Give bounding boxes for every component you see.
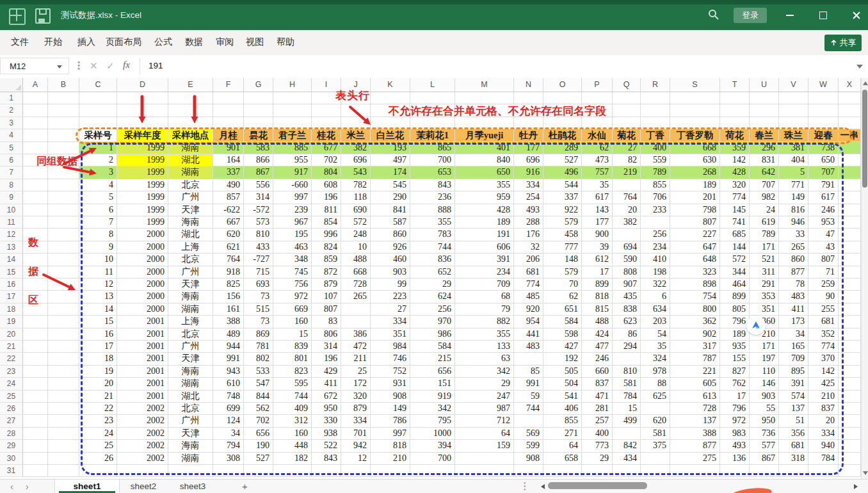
- cell[interactable]: [23, 154, 48, 166]
- cell[interactable]: [23, 428, 48, 440]
- cell[interactable]: 907: [613, 279, 641, 291]
- cell[interactable]: 110: [750, 366, 779, 378]
- cell[interactable]: [670, 117, 720, 129]
- cell[interactable]: 165: [779, 341, 808, 353]
- cell[interactable]: 370: [808, 353, 839, 365]
- cell[interactable]: 922: [543, 204, 582, 216]
- cell[interactable]: [23, 204, 48, 216]
- header-cell[interactable]: 昙花: [244, 129, 273, 141]
- cell[interactable]: 483: [779, 291, 808, 303]
- cell[interactable]: 1999: [117, 204, 168, 216]
- cell[interactable]: 434: [613, 453, 641, 465]
- cell[interactable]: 728: [670, 403, 720, 415]
- cell[interactable]: 2001: [117, 328, 168, 341]
- cell[interactable]: 782: [341, 179, 371, 191]
- cell[interactable]: 29: [410, 279, 455, 291]
- cell[interactable]: 172: [341, 378, 371, 390]
- column-header-A[interactable]: A: [23, 78, 48, 92]
- cell[interactable]: 608: [312, 179, 341, 191]
- cell[interactable]: 522: [312, 440, 341, 452]
- cell[interactable]: 239: [273, 204, 312, 216]
- cell[interactable]: 290: [371, 191, 410, 204]
- cell[interactable]: 617: [582, 191, 613, 204]
- column-header-Q[interactable]: Q: [613, 78, 641, 92]
- cell[interactable]: [410, 465, 455, 477]
- cell[interactable]: [543, 465, 582, 477]
- cell[interactable]: 湖南: [168, 142, 213, 154]
- cell[interactable]: [23, 179, 48, 191]
- cell[interactable]: 694: [613, 241, 641, 254]
- cell[interactable]: 382: [341, 142, 371, 154]
- cell[interactable]: 950: [750, 415, 779, 427]
- cell[interactable]: 18: [79, 353, 117, 365]
- cell[interactable]: 920: [514, 303, 543, 316]
- cell[interactable]: [48, 415, 79, 427]
- cell[interactable]: 806: [312, 328, 341, 341]
- cell[interactable]: [670, 104, 720, 117]
- cell[interactable]: [582, 92, 613, 104]
- cell[interactable]: 400: [641, 142, 670, 154]
- cell[interactable]: 2001: [117, 316, 168, 328]
- cell[interactable]: [582, 104, 613, 117]
- column-header-I[interactable]: I: [312, 78, 341, 92]
- header-cell[interactable]: 采样地点: [168, 129, 213, 141]
- cell[interactable]: [48, 440, 79, 452]
- cell[interactable]: [23, 266, 48, 279]
- cell[interactable]: 351: [371, 328, 410, 341]
- cell[interactable]: -572: [244, 204, 273, 216]
- cell[interactable]: 144: [720, 241, 750, 254]
- cell[interactable]: [641, 465, 670, 477]
- cell[interactable]: [779, 92, 808, 104]
- cell[interactable]: [839, 403, 861, 415]
- cell[interactable]: 23: [79, 415, 117, 427]
- row-header-27[interactable]: 27: [0, 415, 23, 427]
- cell[interactable]: 311: [750, 266, 779, 279]
- cell[interactable]: 931: [371, 378, 410, 390]
- select-all-corner[interactable]: [0, 78, 23, 92]
- cell[interactable]: 701: [341, 428, 371, 440]
- cell[interactable]: [79, 465, 117, 477]
- cell[interactable]: 86: [613, 328, 641, 341]
- cell[interactable]: 351: [750, 303, 779, 316]
- cell[interactable]: [514, 415, 543, 427]
- cell[interactable]: [410, 92, 455, 104]
- cell[interactable]: -622: [213, 204, 244, 216]
- cell[interactable]: 359: [720, 142, 750, 154]
- cell[interactable]: 982: [750, 191, 779, 204]
- cell[interactable]: 986: [410, 328, 455, 341]
- cell[interactable]: [168, 465, 213, 477]
- cell[interactable]: 湖北: [168, 229, 213, 241]
- cell[interactable]: 2000: [117, 303, 168, 316]
- cell[interactable]: 136: [720, 453, 750, 465]
- cell[interactable]: 908: [514, 453, 543, 465]
- cell[interactable]: [455, 465, 514, 477]
- cell[interactable]: [641, 117, 670, 129]
- cell[interactable]: [23, 229, 48, 241]
- cell[interactable]: 64: [543, 440, 582, 452]
- cell[interactable]: 312: [273, 415, 312, 427]
- cell[interactable]: 356: [779, 428, 808, 440]
- cell[interactable]: 784: [808, 453, 839, 465]
- cell[interactable]: 268: [670, 166, 720, 179]
- menu-help[interactable]: 帮助: [277, 36, 294, 48]
- cell[interactable]: 137: [779, 403, 808, 415]
- cell[interactable]: [168, 104, 213, 117]
- cell[interactable]: 867: [750, 453, 779, 465]
- cell[interactable]: [779, 465, 808, 477]
- row-header-4[interactable]: 4: [0, 129, 23, 141]
- cell[interactable]: [613, 465, 641, 477]
- cell[interactable]: 391: [779, 378, 808, 390]
- cell[interactable]: [23, 279, 48, 291]
- cell[interactable]: 62: [582, 142, 613, 154]
- cell[interactable]: [839, 117, 861, 129]
- cell[interactable]: [720, 465, 750, 477]
- cell[interactable]: 651: [543, 303, 582, 316]
- cell[interactable]: -727: [244, 254, 273, 266]
- cell[interactable]: 71: [808, 266, 839, 279]
- cell[interactable]: 598: [543, 328, 582, 341]
- cell[interactable]: 825: [213, 279, 244, 291]
- cell[interactable]: [48, 191, 79, 204]
- cell[interactable]: 148: [543, 254, 582, 266]
- cell[interactable]: 621: [213, 241, 244, 254]
- cell[interactable]: 411: [779, 303, 808, 316]
